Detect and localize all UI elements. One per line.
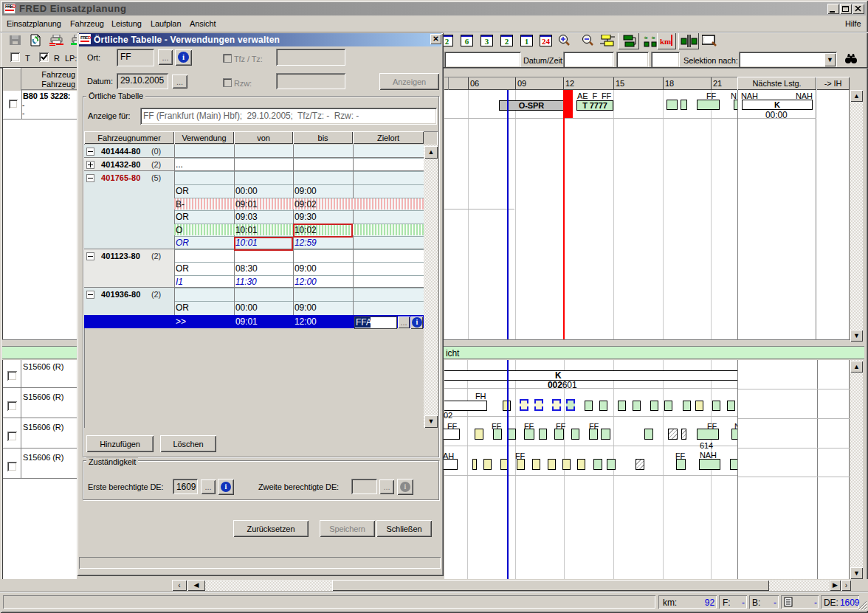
svg-text:≈: ≈ bbox=[644, 35, 648, 41]
svg-text:≈: ≈ bbox=[652, 35, 655, 41]
